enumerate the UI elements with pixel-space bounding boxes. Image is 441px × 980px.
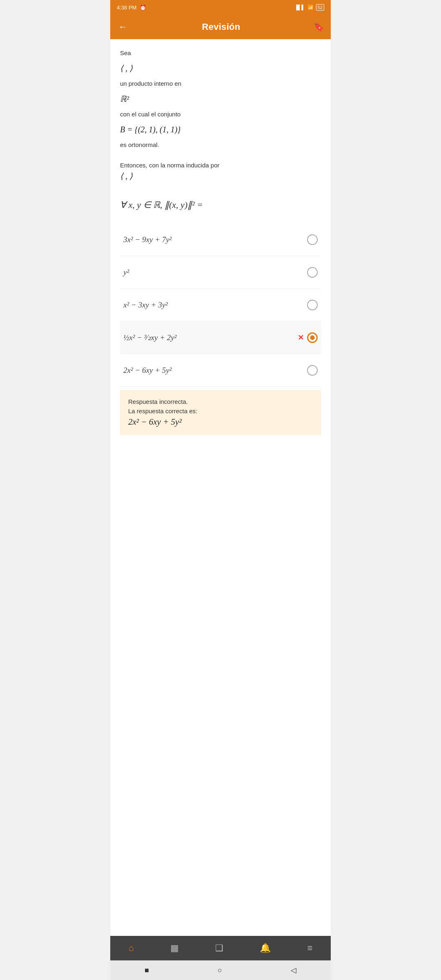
feedback-incorrect-label: Respuesta incorrecta.	[128, 398, 313, 405]
option-2[interactable]: y²	[120, 256, 321, 289]
radio-2	[307, 267, 318, 278]
intro-text: Sea ⟨ , ⟩ un producto interno en ℝ² con …	[120, 47, 321, 150]
option-4-indicator: ✕	[298, 332, 318, 343]
option-2-indicator	[307, 267, 318, 278]
back-button[interactable]: ←	[117, 20, 129, 34]
radio-1	[307, 234, 318, 245]
alarm-icon: ⏰	[140, 4, 146, 11]
main-content: Sea ⟨ , ⟩ un producto interno en ℝ² con …	[110, 39, 331, 936]
option-1-indicator	[307, 234, 318, 245]
intro-r2: ℝ²	[120, 91, 321, 106]
wrong-icon: ✕	[298, 333, 304, 342]
wifi-icon: 📶	[307, 4, 314, 10]
intro-line2: un producto interno en	[120, 78, 321, 89]
option-1-formula: 3x² − 9xy + 7y²	[123, 235, 307, 244]
intro-angle1: ⟨ , ⟩	[120, 61, 321, 76]
intro-setB: B = {(2, 1), (1, 1)}	[120, 122, 321, 137]
option-3[interactable]: x² − 3xy + 3y²	[120, 289, 321, 321]
calendar-icon: ▦	[170, 943, 179, 953]
system-nav: ■ ○ ◁	[110, 960, 331, 980]
radio-4-selected	[307, 332, 318, 343]
page-title: Revisión	[202, 22, 240, 32]
feedback-correct-label: La respuesta correcta es:	[128, 408, 313, 414]
status-left: 4:38 PM ⏰	[117, 4, 146, 11]
back-sys-button[interactable]: ◁	[291, 966, 296, 975]
feedback-correct-formula: 2x² − 6xy + 5y²	[128, 417, 313, 427]
status-time: 4:38 PM	[117, 4, 136, 11]
intro-line5: Entonces, con la norma inducida por	[120, 162, 321, 169]
radio-3	[307, 300, 318, 310]
radio-5	[307, 365, 318, 376]
question-formula: ∀ x, y ∈ ℝ, ‖(x, y)‖² =	[120, 200, 321, 210]
bookmark-button[interactable]: 🔖	[313, 22, 324, 32]
status-right: ▐▌▌ 📶 52	[294, 4, 324, 11]
home-icon: ⌂	[129, 943, 134, 953]
home-button[interactable]: ○	[218, 966, 222, 975]
bottom-nav: ⌂ ▦ ❑ 🔔 ≡	[110, 936, 331, 960]
nav-menu[interactable]: ≡	[301, 940, 319, 957]
app-bar: ← Revisión 🔖	[110, 15, 331, 39]
option-5[interactable]: 2x² − 6xy + 5y²	[120, 354, 321, 387]
bell-icon: 🔔	[260, 943, 271, 953]
book-icon: ❑	[215, 943, 223, 953]
option-5-indicator	[307, 365, 318, 376]
nav-book[interactable]: ❑	[209, 940, 230, 957]
option-2-formula: y²	[123, 268, 307, 277]
signal-icon: ▐▌▌	[294, 4, 305, 10]
nav-bell[interactable]: 🔔	[253, 940, 277, 957]
option-4[interactable]: ½x² − ³⁄₂xy + 2y² ✕	[120, 321, 321, 354]
option-3-indicator	[307, 300, 318, 310]
intro-line3: con el cual el conjunto	[120, 109, 321, 120]
status-bar: 4:38 PM ⏰ ▐▌▌ 📶 52	[110, 0, 331, 15]
option-5-formula: 2x² − 6xy + 5y²	[123, 366, 307, 375]
battery-indicator: 52	[316, 4, 324, 11]
option-1[interactable]: 3x² − 9xy + 7y²	[120, 223, 321, 256]
option-4-formula: ½x² − ³⁄₂xy + 2y²	[123, 333, 298, 342]
stop-button[interactable]: ■	[145, 966, 149, 975]
option-3-formula: x² − 3xy + 3y²	[123, 301, 307, 310]
intro-angle2: ⟨ , ⟩	[120, 171, 321, 181]
intro-line4: es ortonormal.	[120, 139, 321, 150]
nav-calendar[interactable]: ▦	[164, 940, 185, 957]
feedback-box: Respuesta incorrecta. La respuesta corre…	[120, 390, 321, 435]
intro-line1: Sea	[120, 47, 321, 58]
menu-icon: ≡	[307, 943, 313, 953]
nav-home[interactable]: ⌂	[122, 940, 140, 957]
